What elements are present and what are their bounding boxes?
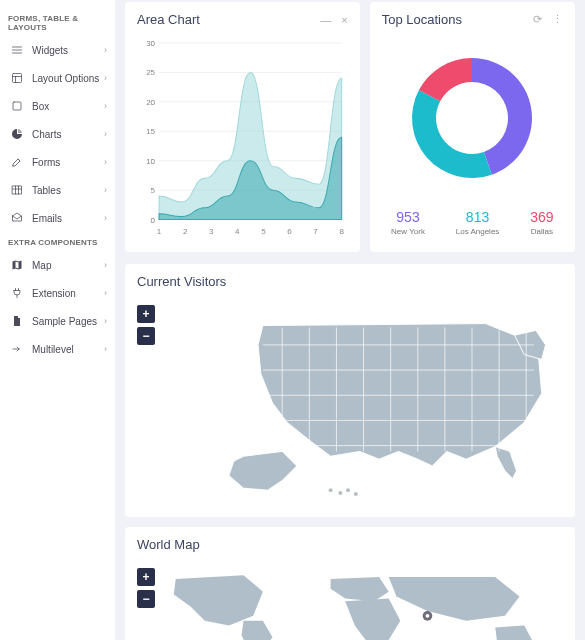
sidebar-item-label: Tables — [32, 185, 104, 196]
svg-text:2: 2 — [183, 227, 188, 236]
area-chart-body: 05101520253012345678 — [125, 33, 360, 252]
svg-rect-1 — [13, 102, 21, 110]
svg-text:20: 20 — [146, 98, 155, 107]
svg-text:8: 8 — [339, 227, 344, 236]
svg-text:25: 25 — [146, 68, 155, 77]
svg-point-41 — [338, 491, 342, 495]
chevron-right-icon: › — [104, 185, 107, 195]
area-chart: 05101520253012345678 — [137, 37, 348, 238]
location-stat: 953 New York — [391, 209, 425, 236]
sidebar-item-extension[interactable]: Extension › — [0, 279, 115, 307]
donut-chart — [397, 43, 547, 193]
svg-point-43 — [354, 492, 358, 496]
svg-point-42 — [346, 488, 350, 492]
layout-icon — [8, 72, 26, 84]
zoom-out-button[interactable]: − — [137, 590, 155, 608]
location-name: New York — [391, 227, 425, 236]
sidebar-item-box[interactable]: Box › — [0, 92, 115, 120]
sidebar-item-forms[interactable]: Forms › — [0, 148, 115, 176]
chevron-right-icon: › — [104, 73, 107, 83]
svg-text:5: 5 — [151, 186, 156, 195]
sidebar-item-map[interactable]: Map › — [0, 251, 115, 279]
sidebar-item-label: Widgets — [32, 45, 104, 56]
card-tools: ⟳ ⋮ — [533, 13, 563, 26]
chevron-right-icon: › — [104, 213, 107, 223]
top-locations-title: Top Locations — [382, 12, 462, 27]
edit-icon — [8, 156, 26, 168]
top-locations-card: Top Locations ⟳ ⋮ 953 New York813 Los An… — [370, 2, 575, 252]
sidebar-item-label: Forms — [32, 157, 104, 168]
zoom-out-button[interactable]: − — [137, 327, 155, 345]
sidebar-item-label: Sample Pages — [32, 316, 104, 327]
svg-text:4: 4 — [235, 227, 240, 236]
chevron-right-icon: › — [104, 45, 107, 55]
svg-text:1: 1 — [157, 227, 162, 236]
sidebar-item-multilevel[interactable]: Multilevel › — [0, 335, 115, 363]
mail-icon — [8, 212, 26, 224]
sidebar-item-label: Emails — [32, 213, 104, 224]
sidebar-item-widgets[interactable]: Widgets › — [0, 36, 115, 64]
svg-text:5: 5 — [261, 227, 266, 236]
sidebar-item-label: Multilevel — [32, 344, 104, 355]
refresh-icon[interactable]: ⟳ — [533, 13, 542, 26]
current-visitors-title: Current Visitors — [137, 274, 226, 289]
sidebar-item-charts[interactable]: Charts › — [0, 120, 115, 148]
svg-text:6: 6 — [287, 227, 292, 236]
svg-point-40 — [329, 488, 333, 492]
sidebar-section-forms: FORMS, TABLE & LAYOUTS — [0, 8, 115, 36]
svg-text:10: 10 — [146, 157, 155, 166]
current-visitors-card: Current Visitors + − — [125, 264, 575, 517]
svg-text:30: 30 — [146, 39, 155, 48]
svg-point-45 — [426, 614, 430, 618]
zoom-in-button[interactable]: + — [137, 568, 155, 586]
chevron-right-icon: › — [104, 316, 107, 326]
svg-rect-2 — [13, 186, 22, 194]
world-map-card: World Map + − — [125, 527, 575, 640]
world-map-title: World Map — [137, 537, 200, 552]
chevron-right-icon: › — [104, 344, 107, 354]
location-value: 369 — [530, 209, 553, 225]
menu-icon — [8, 44, 26, 56]
chevron-right-icon: › — [104, 129, 107, 139]
sidebar-item-label: Charts — [32, 129, 104, 140]
sidebar-item-emails[interactable]: Emails › — [0, 204, 115, 232]
chevron-right-icon: › — [104, 288, 107, 298]
area-chart-card: Area Chart — × 05101520253012345678 — [125, 2, 360, 252]
svg-text:15: 15 — [146, 127, 155, 136]
pie-icon — [8, 128, 26, 140]
location-name: Los Angeles — [456, 227, 500, 236]
content: Area Chart — × 05101520253012345678 Top … — [115, 0, 585, 640]
sidebar-item-label: Layout Options — [32, 73, 104, 84]
sidebar-item-label: Box — [32, 101, 104, 112]
card-tools: — × — [320, 14, 347, 26]
minimize-icon[interactable]: — — [320, 14, 331, 26]
locations-row: 953 New York813 Los Angeles369 Dallas — [370, 203, 575, 236]
sidebar-section-extra: EXTRA COMPONENTS — [0, 232, 115, 251]
world-map[interactable] — [137, 566, 563, 640]
sidebar-item-layout-options[interactable]: Layout Options › — [0, 64, 115, 92]
box-icon — [8, 100, 26, 112]
sidebar-item-label: Extension — [32, 288, 104, 299]
location-value: 953 — [391, 209, 425, 225]
sidebar-item-tables[interactable]: Tables › — [0, 176, 115, 204]
sidebar-item-label: Map — [32, 260, 104, 271]
more-icon[interactable]: ⋮ — [552, 13, 563, 26]
location-value: 813 — [456, 209, 500, 225]
chevron-right-icon: › — [104, 101, 107, 111]
close-icon[interactable]: × — [341, 14, 347, 26]
area-chart-title: Area Chart — [137, 12, 200, 27]
svg-text:7: 7 — [313, 227, 318, 236]
sidebar-item-sample-pages[interactable]: Sample Pages › — [0, 307, 115, 335]
chevron-right-icon: › — [104, 260, 107, 270]
svg-rect-0 — [13, 74, 22, 83]
svg-text:3: 3 — [209, 227, 214, 236]
zoom-in-button[interactable]: + — [137, 305, 155, 323]
location-stat: 813 Los Angeles — [456, 209, 500, 236]
share-icon — [8, 343, 26, 355]
file-icon — [8, 315, 26, 327]
plug-icon — [8, 287, 26, 299]
usa-map[interactable] — [137, 303, 563, 503]
table-icon — [8, 184, 26, 196]
donut-chart-wrap — [370, 39, 575, 203]
map-icon — [8, 259, 26, 271]
